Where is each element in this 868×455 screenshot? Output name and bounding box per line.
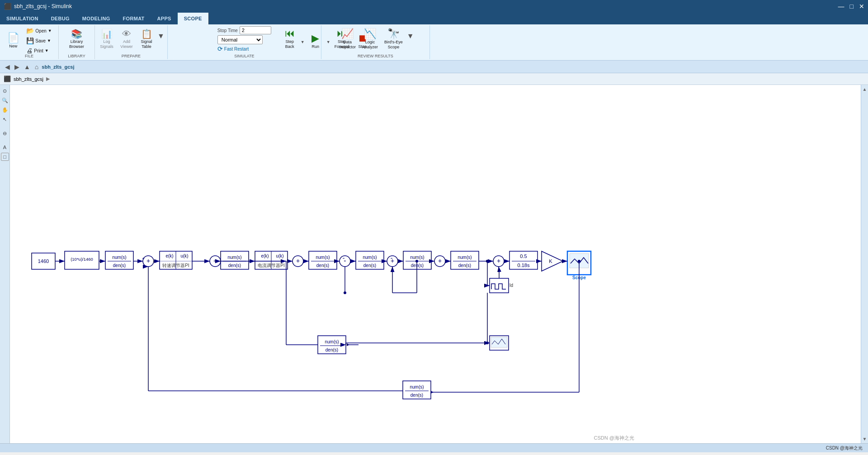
status-text: CSDN @海神之光 (826, 445, 863, 451)
step-back-dropdown[interactable]: ▼ (301, 40, 305, 44)
block-tf2-text1: num(s) (227, 255, 241, 260)
new-icon: 📄 (7, 33, 19, 43)
add-viewer-label: AddViewer (120, 39, 132, 49)
signal-table-icon: 📋 (141, 29, 152, 38)
arrow-outer (431, 391, 434, 394)
run-label: Run (312, 44, 320, 49)
step-back-button[interactable]: ⏮ StepBack (281, 27, 299, 51)
signal-table-label: SignalTable (141, 39, 152, 49)
block-pi2-ek: e(k) (261, 253, 269, 258)
block-pi2-uk: u(k) (276, 253, 283, 258)
block-k-text: K (549, 258, 552, 264)
fast-restart-label[interactable]: Fast Restart (224, 47, 249, 52)
block-tf7-text1: num(s) (325, 339, 339, 344)
sidebar-pan[interactable]: ✋ (1, 106, 9, 114)
block-tf7-text2: den(s) (326, 347, 338, 352)
ribbon-group-prepare: 📊 LogSignals 👁 AddViewer 📋 SignalTable ▼… (95, 25, 168, 59)
save-icon: 💾 (26, 37, 34, 44)
home-button[interactable]: ⌂ (33, 62, 40, 71)
app-icon: ⬛ (4, 3, 11, 10)
tab-debug[interactable]: DEBUG (45, 13, 76, 24)
sidebar-zoom-out[interactable]: ⊖ (1, 129, 9, 137)
zoh-label: Id (509, 283, 513, 288)
add-viewer-button[interactable]: 👁 AddViewer (118, 28, 136, 51)
block-pi1-uk: u(k) (180, 253, 188, 258)
left-sidebar: ⊙ 🔍 ✋ ↖ ⊖ A □ (0, 85, 10, 443)
addr-arrow: ▶ (46, 76, 50, 82)
logic-analyzer-icon: 📉 (364, 29, 376, 39)
tab-apps[interactable]: APPS (151, 13, 178, 24)
close-button[interactable]: ✕ (859, 3, 864, 10)
block-tf8-text2: den(s) (410, 393, 423, 398)
junction4 (578, 260, 580, 263)
simulate-group-label: SIMULATE (168, 54, 321, 58)
save-button[interactable]: 💾 Save ▼ (24, 36, 54, 45)
new-label: New (9, 44, 17, 49)
minimize-button[interactable]: — (838, 3, 844, 10)
step-back-label: StepBack (285, 39, 294, 49)
block-gain1-text: (10*u)/1460 (71, 257, 93, 262)
prepare-dropdown-icon[interactable]: ▼ (157, 32, 165, 40)
tab-scope[interactable]: SCOPE (178, 13, 208, 24)
signal-table-button[interactable]: 📋 SignalTable (137, 28, 156, 51)
birds-eye-scope-button[interactable]: 🔭 Bird's-EyeScope (382, 28, 405, 51)
log-signals-label: LogSignals (100, 39, 113, 49)
watermark: CSDN @海神之光 (594, 435, 634, 441)
ribbon-group-library: 📚 Library Browser LIBRARY (59, 25, 95, 59)
print-dropdown-icon[interactable]: ▼ (45, 48, 49, 53)
ribbon-tab-bar: SIMULATION DEBUG MODELING FORMAT APPS SC… (0, 13, 868, 24)
logic-analyzer-button[interactable]: 📉 LogicAnalyzer (360, 28, 380, 51)
sidebar-text[interactable]: A (1, 143, 9, 151)
data-inspector-button[interactable]: 📈 DataInspector (337, 28, 358, 51)
open-dropdown-icon[interactable]: ▼ (48, 28, 52, 33)
block-gain2-text1: 0.5 (520, 253, 527, 259)
sidebar-select[interactable]: ↖ (1, 115, 9, 123)
prepare-group-label: PREPARE (95, 54, 167, 58)
log-signals-button[interactable]: 📊 LogSignals (98, 28, 116, 51)
open-button[interactable]: 📂 Open ▼ (24, 26, 54, 35)
simulink-diagram: 1460 (10*u)/1460 num(s) den(s) + + e(k) … (10, 85, 861, 443)
block-tf4-text2: den(s) (363, 263, 376, 268)
block-pi2-label: 电流调节器PI (258, 263, 284, 268)
block-tf2-text2: den(s) (228, 263, 241, 268)
simulation-mode-select[interactable]: Normal Accelerator Rapid Accelerator (217, 35, 263, 44)
tab-format[interactable]: FORMAT (117, 13, 151, 24)
sum4-minus2: - (343, 254, 345, 262)
block-zoh[interactable] (490, 278, 509, 293)
block-tf1-text1: num(s) (112, 255, 126, 260)
sidebar-zoom-in[interactable]: 🔍 (1, 96, 9, 104)
save-dropdown-icon[interactable]: ▼ (47, 38, 51, 43)
new-button[interactable]: 📄 New (4, 32, 22, 50)
back-button[interactable]: ◀ (4, 62, 11, 71)
address-bar: ⬛ sbh_zlts_gcsj ▶ (0, 73, 868, 85)
diagram-canvas[interactable]: 1460 (10*u)/1460 num(s) den(s) + + e(k) … (10, 85, 861, 443)
sum6-plus: + (438, 257, 442, 264)
print-icon: 🖨 (26, 47, 33, 54)
tab-simulation[interactable]: SIMULATION (0, 13, 45, 24)
add-viewer-icon: 👁 (122, 29, 131, 38)
ribbon-group-file: 📄 New 📂 Open ▼ 💾 Save ▼ 🖨 Print (0, 25, 59, 59)
sum1-plus2: + (142, 256, 145, 261)
sidebar-zoom-fit[interactable]: ⊙ (1, 87, 9, 95)
open-icon: 📂 (26, 27, 34, 34)
arrow-tf7-in (347, 343, 349, 346)
review-dropdown-icon[interactable]: ▼ (407, 32, 414, 40)
breadcrumb[interactable]: sbh_zlts_gcsj (42, 64, 74, 70)
quick-access-bar: ◀ ▶ ▲ ⌂ sbh_zlts_gcsj (0, 61, 868, 73)
library-browser-button[interactable]: 📚 Library Browser (67, 28, 86, 51)
sidebar-block[interactable]: □ (1, 153, 9, 161)
maximize-button[interactable]: □ (850, 3, 854, 10)
ribbon-group-simulate: Stop Time Normal Accelerator Rapid Accel… (168, 25, 321, 59)
save-label: Save (35, 38, 46, 43)
forward-button[interactable]: ▶ (13, 62, 21, 71)
right-scroll-up[interactable]: ▲ (863, 87, 867, 92)
birds-eye-scope-icon: 🔭 (387, 29, 400, 39)
right-scroll-down[interactable]: ▼ (863, 436, 867, 441)
birds-eye-scope-label: Bird's-EyeScope (384, 40, 403, 50)
block-pi1-label: 转速调节器PI (162, 263, 189, 268)
tab-modeling[interactable]: MODELING (76, 13, 117, 24)
model-icon: ⬛ (4, 75, 11, 82)
up-button[interactable]: ▲ (23, 62, 32, 71)
stop-time-input[interactable] (240, 26, 271, 34)
model-addr[interactable]: sbh_zlts_gcsj (14, 76, 43, 82)
